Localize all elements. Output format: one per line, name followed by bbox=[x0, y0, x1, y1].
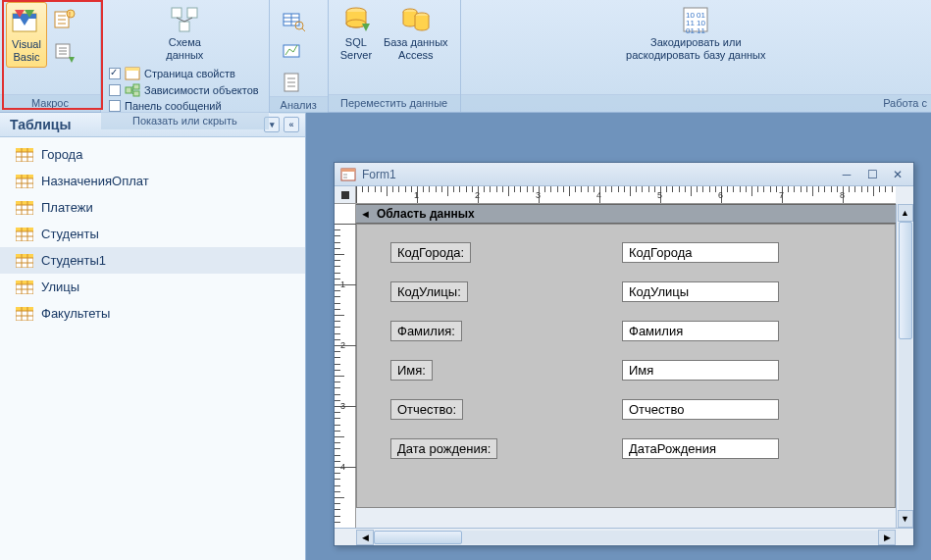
form-field-textbox[interactable]: КодГорода bbox=[622, 242, 779, 263]
macros-icon: ! bbox=[53, 8, 77, 31]
scroll-up-button[interactable]: ▲ bbox=[898, 204, 913, 222]
form-field-label[interactable]: КодУлицы: bbox=[390, 281, 468, 302]
form-field-label[interactable]: КодГорода: bbox=[390, 242, 471, 263]
analyze-doc-button[interactable] bbox=[278, 69, 309, 96]
svg-text:!: ! bbox=[69, 11, 71, 18]
horizontal-ruler-row: 123456789 bbox=[335, 186, 913, 204]
object-dependencies-toggle[interactable]: Зависимости объектов bbox=[109, 83, 259, 97]
sql-server-label: SQL Server bbox=[340, 36, 372, 62]
horizontal-ruler[interactable]: 123456789 bbox=[356, 186, 896, 204]
nav-item-table[interactable]: Улицы bbox=[0, 274, 305, 300]
form-field-textbox[interactable]: Фамилия bbox=[622, 321, 779, 341]
encode-db-button[interactable]: 10 0111 1001 11 Закодировать или раскоди… bbox=[620, 2, 771, 64]
property-sheet-toggle[interactable]: Страница свойств bbox=[109, 67, 259, 80]
table-icon bbox=[16, 148, 33, 162]
svg-rect-12 bbox=[180, 22, 189, 31]
property-sheet-toggle-label: Страница свойств bbox=[144, 68, 235, 79]
sql-server-icon bbox=[340, 4, 372, 35]
minimize-button[interactable]: ─ bbox=[837, 167, 856, 182]
analyze-perf-button[interactable] bbox=[278, 37, 309, 65]
close-button[interactable]: ✕ bbox=[888, 167, 907, 182]
ribbon-group-macro: Visual Basic ! Макрос bbox=[0, 0, 101, 112]
svg-rect-32 bbox=[16, 148, 33, 152]
svg-rect-40 bbox=[16, 254, 33, 258]
vertical-ruler[interactable]: 1234 bbox=[335, 204, 356, 528]
form-field-label[interactable]: Имя: bbox=[390, 360, 433, 381]
svg-marker-24 bbox=[362, 24, 370, 31]
svg-text:01 11: 01 11 bbox=[686, 26, 706, 35]
svg-rect-10 bbox=[172, 8, 181, 18]
workarea: Таблицы ▾ « ГородаНазначенияОплатПлатежи… bbox=[0, 113, 931, 560]
mdi-area: Form1 ─ ☐ ✕ 123456789 1234 ◄ Об bbox=[306, 113, 931, 560]
nav-item-label: Факультеты bbox=[41, 306, 110, 321]
nav-item-label: Платежи bbox=[41, 200, 93, 215]
nav-item-table[interactable]: Платежи bbox=[0, 194, 305, 221]
vscroll-thumb[interactable] bbox=[899, 222, 912, 339]
analyze-table-button[interactable] bbox=[278, 6, 309, 33]
nav-item-table[interactable]: Студенты1 bbox=[0, 247, 305, 274]
visual-basic-button[interactable]: Visual Basic bbox=[6, 2, 47, 68]
message-bar-toggle-label: Панель сообщений bbox=[125, 100, 222, 112]
checkbox-icon bbox=[109, 84, 121, 96]
horizontal-scrollbar[interactable]: ◀ ▶ bbox=[335, 528, 913, 545]
nav-item-table[interactable]: Факультеты bbox=[0, 300, 305, 327]
detail-section-header[interactable]: ◄ Область данных bbox=[356, 204, 896, 224]
svg-rect-11 bbox=[187, 8, 197, 18]
nav-item-table[interactable]: Студенты bbox=[0, 221, 305, 247]
message-bar-toggle[interactable]: Панель сообщений bbox=[109, 100, 259, 112]
nav-item-table[interactable]: Города bbox=[0, 141, 305, 168]
svg-rect-42 bbox=[16, 280, 33, 284]
scroll-down-button[interactable]: ▼ bbox=[898, 510, 913, 528]
form-field-textbox[interactable]: КодУлицы bbox=[622, 281, 779, 302]
scroll-right-button[interactable]: ▶ bbox=[878, 530, 896, 545]
form-selector[interactable] bbox=[335, 186, 356, 204]
nav-item-table[interactable]: НазначенияОплат bbox=[0, 168, 305, 194]
access-db-icon bbox=[400, 4, 432, 35]
svg-rect-17 bbox=[133, 91, 139, 96]
scroll-left-button[interactable]: ◀ bbox=[356, 530, 374, 545]
macros-run-button[interactable]: ! bbox=[49, 6, 80, 33]
relationships-label: Схема данных bbox=[166, 36, 203, 62]
ribbon-group-schema: Схема данных Страница свойств Зависимост… bbox=[101, 0, 270, 112]
encode-icon: 10 0111 1001 11 bbox=[680, 4, 711, 35]
form-design-surface[interactable]: ◄ Область данных КодГорода:КодГородаКодУ… bbox=[356, 204, 896, 528]
access-db-button[interactable]: База данных Access bbox=[378, 2, 454, 64]
ribbon-group-move-data: SQL Server База данных Access Переместит… bbox=[329, 0, 461, 112]
form-field-label[interactable]: Дата рождения: bbox=[390, 438, 497, 459]
table-icon bbox=[16, 228, 33, 241]
vertical-scrollbar[interactable]: ▲ ▼ bbox=[896, 204, 913, 528]
table-icon bbox=[16, 201, 33, 215]
maximize-button[interactable]: ☐ bbox=[862, 167, 882, 182]
sql-server-button[interactable]: SQL Server bbox=[335, 2, 378, 64]
hscroll-thumb[interactable] bbox=[374, 531, 462, 544]
table-icon bbox=[16, 280, 33, 294]
visual-basic-icon bbox=[11, 6, 42, 37]
relationships-button[interactable]: Схема данных bbox=[160, 2, 209, 64]
nav-collapse-button[interactable]: « bbox=[284, 117, 299, 132]
analyze-table-icon bbox=[282, 8, 305, 31]
form-field-textbox[interactable]: Отчество bbox=[622, 399, 779, 420]
form-field-textbox[interactable]: ДатаРождения bbox=[622, 438, 779, 459]
form-field-label[interactable]: Фамилия: bbox=[390, 321, 462, 341]
nav-item-label: Студенты1 bbox=[41, 253, 106, 268]
ribbon-group-encode: 10 0111 1001 11 Закодировать или раскоди… bbox=[461, 0, 931, 112]
dependencies-icon bbox=[125, 83, 140, 97]
form-titlebar[interactable]: Form1 ─ ☐ ✕ bbox=[335, 163, 913, 186]
nav-item-label: Улицы bbox=[41, 280, 79, 294]
form-field-textbox[interactable]: Имя bbox=[622, 360, 779, 381]
ribbon-group-macro-label: Макрос bbox=[0, 94, 100, 112]
svg-rect-34 bbox=[16, 175, 33, 178]
table-icon bbox=[16, 307, 33, 321]
access-db-label: База данных Access bbox=[384, 36, 448, 62]
svg-rect-16 bbox=[133, 84, 139, 89]
svg-marker-9 bbox=[69, 57, 75, 63]
ribbon-group-encode-label: Работа с bbox=[461, 94, 931, 112]
form-field-label[interactable]: Отчество: bbox=[390, 399, 463, 420]
detail-section-label: Область данных bbox=[377, 207, 475, 221]
macros-convert-button[interactable] bbox=[49, 37, 80, 65]
form-design-window: Form1 ─ ☐ ✕ 123456789 1234 ◄ Об bbox=[334, 162, 914, 546]
svg-rect-47 bbox=[343, 174, 347, 176]
table-icon bbox=[16, 254, 33, 268]
svg-rect-48 bbox=[343, 177, 347, 178]
detail-section-area[interactable]: КодГорода:КодГородаКодУлицы:КодУлицыФами… bbox=[356, 224, 896, 508]
